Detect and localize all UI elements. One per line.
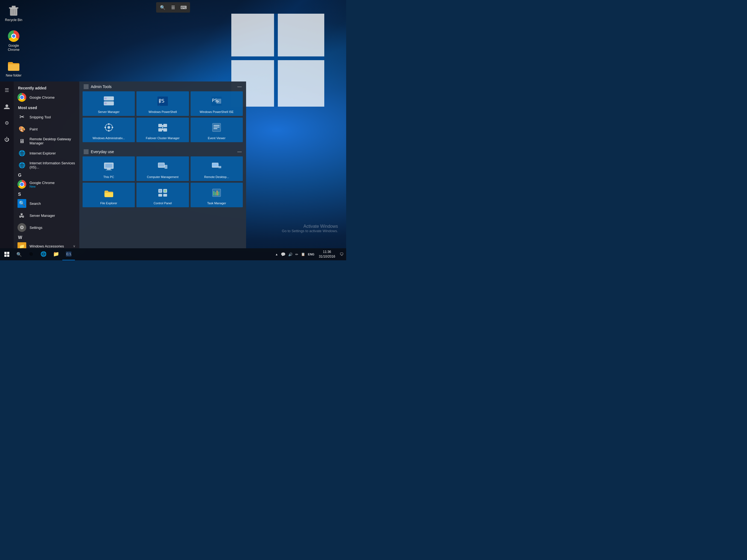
remote-desktop-tile-label: Remote Desktop... (204, 175, 229, 179)
taskbar-task-view[interactable]: ⧉ (25, 248, 37, 260)
everyday-menu-icon[interactable]: — (237, 149, 242, 154)
settings-icon-button[interactable]: ⚙ (1, 118, 13, 128)
win-accessories-chevron: ∨ (73, 244, 75, 248)
folder-desktop-label: New folder (6, 74, 21, 77)
computer-management-tile-icon (157, 162, 168, 173)
svg-point-24 (107, 126, 110, 129)
server-manager-label: Server Manager (29, 213, 55, 218)
failover-cluster-tile-label: Failover Cluster Manager (146, 136, 180, 140)
desktop-icon-chrome[interactable]: Google Chrome (3, 28, 25, 53)
tile-control-panel[interactable]: Control Panel (136, 183, 189, 207)
app-item-ie[interactable]: 🌐 Internet Explorer (14, 147, 79, 159)
taskbar-search-button[interactable]: 🔍 (14, 248, 25, 260)
svg-rect-51 (219, 166, 221, 168)
app-item-iis[interactable]: 🌐 Internet Information Services (IIS)... (14, 159, 79, 171)
tile-remote-desktop[interactable]: Remote Desktop... (190, 156, 243, 181)
server-manager-tile-label: Server Manager (98, 110, 120, 114)
zoom-button[interactable]: 🔍 (158, 3, 168, 11)
app-item-rdp-gateway[interactable]: 🖥 Remote Desktop Gateway Manager (14, 135, 79, 147)
chrome-desktop-label: Google Chrome (4, 44, 24, 52)
volume-icon[interactable]: 🔊 (288, 252, 293, 257)
taskbar-sys-icons: ▲ 💬 🔊 ✏ 📋 ENG (275, 252, 315, 257)
app-item-paint[interactable]: 🎨 Paint (14, 123, 79, 135)
tile-failover-cluster[interactable]: Failover Cluster Manager (136, 118, 189, 142)
tile-event-viewer[interactable]: Event Viewer (190, 118, 243, 142)
power-icon-button[interactable]: ⏻ (1, 134, 13, 145)
tile-file-explorer[interactable]: File Explorer (83, 183, 135, 207)
tile-this-pc[interactable]: This PC (83, 156, 135, 181)
app-item-server-manager[interactable]: 🖧 Server Manager (14, 209, 79, 222)
computer-management-tile-label: Computer Management (147, 175, 179, 179)
admin-tools-header: Admin Tools — (83, 81, 243, 91)
app-item-win-accessories[interactable]: 📁 Windows Accessories ∨ (14, 240, 79, 248)
snipping-icon: ✂ (18, 113, 26, 121)
this-pc-tile-icon (104, 162, 114, 173)
desktop-icon-new-folder[interactable]: New folder (3, 58, 25, 78)
language-icon[interactable]: ENG (307, 252, 315, 256)
tile-computer-management[interactable]: Computer Management (136, 156, 189, 181)
svg-rect-25 (108, 123, 109, 125)
app-item-settings[interactable]: ⚙ Settings (14, 222, 79, 233)
svg-rect-22 (216, 99, 221, 104)
win-accessories-icon: 📁 (18, 242, 26, 248)
tile-task-manager[interactable]: Task Manager (190, 183, 243, 207)
svg-rect-14 (104, 98, 107, 99)
failover-cluster-tile-icon (158, 123, 168, 134)
chevron-up-icon[interactable]: ▲ (275, 252, 279, 256)
task-manager-tile-label: Task Manager (207, 201, 226, 205)
admin-tools-menu-icon[interactable]: — (237, 84, 242, 89)
taskbar-file-explorer[interactable]: 📁 (50, 248, 62, 260)
powershell-tile-icon: PS _ (157, 97, 168, 108)
app-item-chrome-g[interactable]: Google Chrome New (14, 178, 79, 190)
tile-powershell[interactable]: PS _ Windows PowerShell (136, 91, 189, 116)
svg-rect-45 (159, 163, 164, 167)
taskbar-ie[interactable]: 🌐 (37, 248, 50, 260)
chrome-recent-label: Google Chrome (29, 96, 55, 100)
admin-tools-tiles: Server Manager PS _ Windows Power (83, 91, 243, 142)
notification-icon[interactable]: 💬 (280, 252, 286, 257)
taskbar-right: ▲ 💬 🔊 ✏ 📋 ENG 11:36 31/10/2016 🗨 (275, 249, 346, 259)
recently-added-header: Recently added (14, 84, 79, 91)
chrome-g-icon (18, 180, 26, 189)
iis-icon: 🌐 (18, 161, 26, 170)
svg-rect-47 (165, 166, 167, 168)
app-item-snipping[interactable]: ✂ Snipping Tool (14, 111, 79, 123)
svg-rect-67 (7, 255, 9, 257)
svg-rect-8 (12, 6, 16, 7)
network-icon[interactable]: ✏ (295, 252, 299, 257)
svg-rect-63 (218, 192, 219, 196)
svg-rect-56 (163, 194, 167, 197)
keyboard-layout-icon[interactable]: 📋 (301, 252, 306, 257)
svg-marker-1 (278, 14, 324, 56)
chrome-desktop-icon (7, 29, 20, 43)
start-button[interactable] (0, 248, 14, 260)
letter-g-header: G (14, 171, 79, 178)
app-item-chrome-recent[interactable]: Google Chrome (14, 91, 79, 103)
svg-rect-41 (105, 164, 112, 168)
taskbar-cmd[interactable]: C:\ (62, 248, 75, 260)
app-item-search[interactable]: 🔍 Search (14, 198, 79, 209)
event-viewer-tile-label: Event Viewer (208, 136, 226, 140)
menu-button[interactable]: ☰ (168, 3, 178, 11)
letter-w-header: W (14, 233, 79, 240)
most-used-header: Most used (14, 103, 79, 111)
taskbar-clock[interactable]: 11:36 31/10/2016 (317, 249, 337, 259)
activate-sub: Go to Settings to activate Windows. (282, 229, 338, 233)
control-panel-tile-label: Control Panel (154, 201, 172, 205)
svg-text:C:\: C:\ (67, 253, 71, 256)
user-icon-button[interactable] (1, 101, 13, 112)
tile-powershell-ise[interactable]: PS Windows PowerShell ISE (190, 91, 243, 116)
settings-app-label: Settings (29, 226, 42, 230)
svg-rect-49 (212, 163, 218, 167)
letter-s-header: S (14, 190, 79, 198)
start-menu-left-panel: ☰ ⚙ ⏻ Recently added Google Chrome Most … (0, 81, 79, 248)
hamburger-button[interactable]: ☰ (1, 85, 13, 96)
tile-server-manager[interactable]: Server Manager (83, 91, 135, 116)
tile-win-admin[interactable]: Windows Administrativ... (83, 118, 135, 142)
desktop-icon-recycle-bin[interactable]: Recycle Bin (3, 3, 25, 23)
everyday-title: Everyday use (91, 150, 114, 154)
powershell-ise-tile-label: Windows PowerShell ISE (200, 110, 233, 114)
action-center-icon[interactable]: 🗨 (339, 252, 344, 257)
app-list: Recently added Google Chrome Most used ✂… (14, 81, 79, 248)
keyboard-button[interactable]: ⌨ (179, 3, 188, 11)
